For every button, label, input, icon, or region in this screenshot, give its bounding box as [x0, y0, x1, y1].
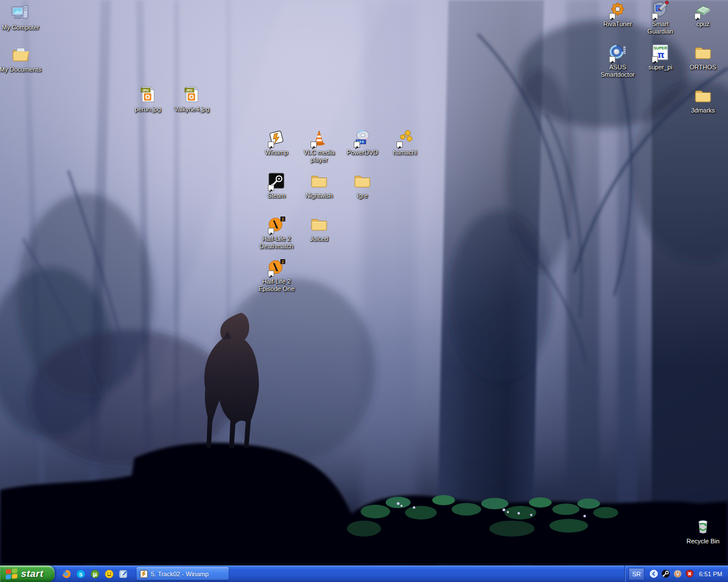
desktop-icon-my-computer[interactable]: My Computer [0, 3, 42, 31]
tree-trunk [226, 0, 230, 566]
task-button-winamp[interactable]: 5. Track02 - Winamp [136, 567, 229, 580]
desktop-icon-orthos[interactable]: ORTHOS [681, 43, 725, 71]
desktop-icon-vlc[interactable]: VLC media player [297, 128, 341, 164]
desktop-icon-label: ASUS Smartdoctor [596, 64, 639, 78]
folder-icon [693, 86, 713, 106]
svg-text:2: 2 [282, 217, 284, 221]
shortcut-arrow-icon [268, 185, 274, 191]
system-tray: SR [624, 566, 728, 582]
desktop-icon-powerdvd[interactable]: PowerDVD [341, 128, 384, 156]
desktop-icon-label: PowerDVD [341, 149, 384, 156]
desktop-icon-hamachi[interactable]: hamachi [383, 128, 427, 156]
desktop-icon-label: Igre [341, 192, 384, 199]
security-alert-shield-icon[interactable] [685, 569, 694, 579]
hide-icons-chevron-button[interactable] [649, 569, 659, 579]
vlc-cone-icon [309, 128, 329, 148]
desktop-icon-label: ORTHOS [681, 64, 725, 71]
desktop-icon-rivatuner[interactable]: RivaTuner [596, 0, 639, 28]
shortcut-arrow-icon [609, 13, 615, 19]
desktop-icon-label: Half-Life 2 Episode One [255, 278, 298, 293]
wallpaper-tree-trunks [0, 0, 728, 566]
shortcut-arrow-icon [652, 56, 658, 63]
desktop-icon-winamp[interactable]: Winamp [255, 128, 298, 156]
half-life-lambda-icon: 2 [267, 257, 286, 277]
desktop-icon-3dmarks[interactable]: 3dmarks [681, 86, 725, 114]
desktop-icon-valkyrie4-jpg[interactable]: JPG Valkyrie4.jpg [170, 85, 213, 113]
shortcut-arrow-icon [268, 228, 274, 234]
steam-tray-icon[interactable] [661, 569, 671, 579]
yahoo-messenger-icon[interactable] [104, 569, 114, 579]
shortcut-arrow-icon [694, 13, 701, 19]
rivatuner-gear-icon [608, 0, 627, 19]
desktop-icon-label: My Documents [0, 66, 42, 73]
taskbar-clock[interactable]: 6:51 PM [699, 571, 722, 577]
folder-icon [309, 172, 329, 191]
desktop-icon-igre[interactable]: Igre [341, 172, 384, 199]
language-indicator[interactable]: SR [628, 568, 644, 580]
tree-trunk [652, 0, 728, 566]
hamachi-icon [395, 128, 415, 148]
desktop-icon-label: hamachi [383, 149, 427, 156]
utorrent-icon[interactable]: µ [90, 569, 100, 579]
svg-text:S: S [79, 571, 82, 577]
svg-text:JPG: JPG [186, 89, 192, 92]
smart-guardian-shield-icon [651, 0, 670, 19]
desktop-icon-recycle-bin[interactable]: Recycle Bin [681, 517, 725, 545]
desktop-icon-perun-jpg[interactable]: JPG perun.jpg [126, 85, 169, 113]
desktop-icon-label: RivaTuner [596, 20, 639, 28]
desktop-icon-smart-guardian[interactable]: Smart Guardian [639, 0, 682, 35]
desktop-icon-label: Nightwish [297, 192, 341, 199]
svg-text:π: π [657, 49, 665, 60]
desktop-icon-label: cpuz [681, 20, 725, 28]
tray-icons [649, 569, 694, 579]
desktop-icon-label: Smart Guardian [639, 20, 682, 35]
desktop-icon-label: super_pi [639, 64, 682, 71]
jpg-file-icon: JPG [182, 85, 201, 105]
start-label: start [21, 568, 43, 580]
desktop-icon-label: VLC media player [297, 149, 341, 164]
taskbar: start S µ [0, 566, 728, 582]
half-life-lambda-icon: 2 [267, 215, 286, 234]
desktop-icon-label: Steam [255, 192, 298, 199]
folder-icon [693, 43, 713, 63]
shortcut-arrow-icon [609, 56, 615, 63]
tree-trunk [437, 0, 544, 566]
start-button[interactable]: start [0, 566, 55, 582]
desktop-icon-cpuz[interactable]: cpuz [681, 0, 725, 28]
desktop-icon-hl2-episode-one[interactable]: 2 Half-Life 2 Episode One [255, 257, 298, 293]
tree-trunk [86, 0, 111, 566]
svg-text:JPG: JPG [142, 89, 148, 92]
windows-flag-icon [5, 568, 18, 580]
shortcut-arrow-icon [311, 142, 317, 148]
desktop-icon-asus-smartdoctor[interactable]: ASUS Smartdoctor [596, 43, 639, 78]
asus-smartdoctor-icon [608, 43, 627, 63]
powerdvd-disc-icon [353, 128, 372, 148]
desktop[interactable]: My Computer My Documents JPG per [0, 0, 728, 566]
jpg-file-icon: JPG [138, 85, 158, 105]
hamachi-tray-icon[interactable] [673, 569, 682, 579]
svg-text:2: 2 [282, 260, 284, 264]
desktop-icon-nightwish[interactable]: Nightwish [297, 172, 341, 199]
tree-trunk [22, 0, 48, 566]
messenger-icon[interactable] [118, 569, 129, 579]
steam-icon [267, 172, 286, 191]
shortcut-arrow-icon [652, 13, 658, 19]
tree-trunk [362, 0, 416, 566]
quick-launch: S µ [55, 566, 134, 582]
desktop-icon-label: Half-Life 2 Deathmatch [255, 235, 298, 250]
desktop-icon-my-documents[interactable]: My Documents [0, 45, 42, 73]
winamp-icon [267, 128, 286, 148]
shortcut-arrow-icon [268, 142, 274, 148]
desktop-icon-hl2-deathmatch[interactable]: 2 Half-Life 2 Deathmatch [255, 215, 298, 250]
tree-trunk [618, 0, 637, 566]
shortcut-arrow-icon [268, 271, 274, 277]
desktop-icon-juiced[interactable]: Juiced [297, 215, 341, 243]
skype-icon[interactable]: S [76, 569, 86, 579]
recycle-bin-icon [693, 517, 713, 537]
firefox-icon[interactable] [61, 569, 72, 579]
task-buttons-area: 5. Track02 - Winamp [134, 566, 624, 582]
desktop-icon-steam[interactable]: Steam [255, 172, 298, 199]
desktop-icon-super-pi[interactable]: SUPER π super_pi [639, 43, 682, 71]
my-computer-icon [11, 3, 30, 23]
folder-icon [353, 172, 372, 191]
